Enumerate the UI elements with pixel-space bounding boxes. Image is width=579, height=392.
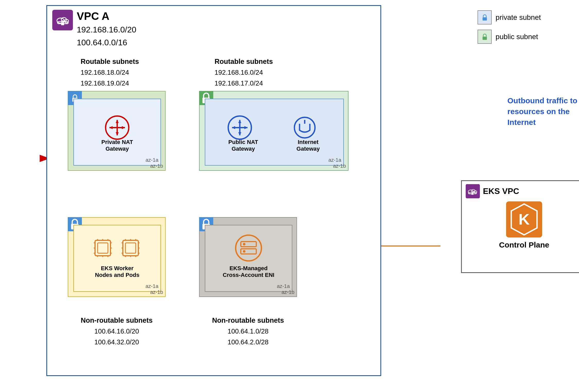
internet-gw-icon xyxy=(292,115,318,141)
svg-text:K: K xyxy=(518,211,530,228)
svg-rect-15 xyxy=(61,23,64,25)
svg-point-64 xyxy=(236,235,261,261)
vpc-a-title-block: VPC A 192.168.16.0/20 100.64.0.0/16 xyxy=(77,10,136,48)
public-nat-outer: Public NATGateway InternetGateway az-1a … xyxy=(199,91,348,171)
main-container: VPC A 192.168.16.0/20 100.64.0.0/16 Rout… xyxy=(46,5,448,386)
nonroutable-right-heading: Non-routable subnets xyxy=(199,315,297,326)
eks-eni-icon xyxy=(234,234,263,263)
svg-rect-36 xyxy=(98,243,108,253)
svg-point-67 xyxy=(243,243,245,245)
eks-worker-az2: az-1b xyxy=(150,289,163,295)
public-nat-icon xyxy=(227,115,253,141)
svg-marker-29 xyxy=(232,126,235,129)
routable-right-cidr1: 192.168.16.0/24 xyxy=(215,67,273,78)
eks-vpc-box: EKS VPC K Control Plane xyxy=(461,180,579,273)
legend-private-box xyxy=(478,10,492,24)
routable-right-heading: Routable subnets xyxy=(215,56,273,67)
public-nat-label: Public NATGateway xyxy=(212,139,274,152)
public-nat-inner: Public NATGateway InternetGateway az-1a xyxy=(205,99,344,166)
eks-cross-az2: az-1b xyxy=(282,289,294,295)
legend-public-label: public subnet xyxy=(496,33,538,41)
nonroutable-left-cidr2: 100.64.32.0/20 xyxy=(68,337,166,348)
legend-public: public subnet xyxy=(478,30,541,44)
nonroutable-subnets-left: Non-routable subnets 100.64.16.0/20 100.… xyxy=(68,315,166,347)
private-nat-az1: az-1a xyxy=(146,157,158,163)
svg-rect-69 xyxy=(482,17,487,21)
eks-chip-2 xyxy=(119,236,142,261)
eks-cross-label: EKS-ManagedCross-Account ENI xyxy=(205,265,292,278)
eks-vpc-header: EKS VPC xyxy=(462,181,579,201)
eks-worker-az1: az-1a xyxy=(146,283,158,289)
svg-rect-75 xyxy=(471,193,473,195)
outbound-traffic-right: Outbound traffic to resources on the Int… xyxy=(507,95,579,128)
eks-vpc-title: EKS VPC xyxy=(483,186,519,196)
svg-marker-22 xyxy=(116,132,119,135)
svg-rect-50 xyxy=(125,243,136,253)
svg-marker-21 xyxy=(109,126,113,129)
legend-private-label: private subnet xyxy=(496,13,541,22)
nonroutable-left-cidr1: 100.64.16.0/20 xyxy=(68,326,166,337)
routable-left-cidr2: 192.168.19.0/24 xyxy=(81,78,139,89)
legend-public-box xyxy=(478,30,492,44)
routable-subnets-right: Routable subnets 192.168.16.0/24 192.168… xyxy=(215,56,273,89)
routable-left-heading: Routable subnets xyxy=(81,56,139,67)
routable-right-cidr2: 192.168.17.0/24 xyxy=(215,78,273,89)
vpc-a-cidr2: 100.64.0.0/16 xyxy=(77,37,136,48)
private-nat-az2: az-1b xyxy=(150,163,163,169)
svg-marker-31 xyxy=(238,120,241,123)
routable-subnets-left: Routable subnets 192.168.18.0/24 192.168… xyxy=(81,56,139,89)
svg-marker-23 xyxy=(116,120,119,123)
eks-cross-outer: EKS-ManagedCross-Account ENI az-1a az-1b xyxy=(199,217,297,297)
svg-marker-28 xyxy=(244,126,248,129)
eks-chip-1 xyxy=(91,236,114,261)
private-nat-outer: Private NATGateway az-1a az-1b xyxy=(68,91,166,171)
vpc-a-cidr1: 192.168.16.0/20 xyxy=(77,24,136,36)
eks-worker-outer: EKS WorkerNodes and Pods az-1a az-1b xyxy=(68,217,166,297)
control-plane-label: Control Plane xyxy=(462,241,579,249)
svg-point-68 xyxy=(243,250,245,253)
eks-vpc-icon xyxy=(466,184,480,198)
eks-worker-label: EKS WorkerNodes and Pods xyxy=(74,265,160,278)
svg-marker-20 xyxy=(122,126,125,129)
nonroutable-subnets-right: Non-routable subnets 100.64.1.0/28 100.6… xyxy=(199,315,297,347)
vpc-a-box: VPC A 192.168.16.0/20 100.64.0.0/16 Rout… xyxy=(46,5,381,376)
svg-marker-30 xyxy=(238,132,241,135)
eks-cross-az1: az-1a xyxy=(277,283,290,289)
eks-worker-inner: EKS WorkerNodes and Pods az-1a xyxy=(73,225,161,292)
nonroutable-right-cidr2: 100.64.2.0/28 xyxy=(199,337,297,348)
private-nat-label: Private NATGateway xyxy=(74,139,160,152)
public-nat-az2: az-1b xyxy=(333,163,346,169)
vpc-a-header: VPC A 192.168.16.0/20 100.64.0.0/16 xyxy=(52,10,136,48)
svg-rect-70 xyxy=(482,37,487,40)
public-nat-az1: az-1a xyxy=(328,157,341,163)
legend-private: private subnet xyxy=(478,10,541,24)
vpc-a-title: VPC A xyxy=(77,10,136,23)
private-nat-icon xyxy=(104,115,130,141)
nonroutable-left-heading: Non-routable subnets xyxy=(68,315,166,326)
internet-gw-label: InternetGateway xyxy=(277,139,339,152)
eks-cross-inner: EKS-ManagedCross-Account ENI az-1a xyxy=(205,225,292,292)
control-plane-icon: K xyxy=(506,201,542,237)
legend: private subnet public subnet xyxy=(478,10,541,44)
vpc-a-icon xyxy=(52,10,73,30)
nonroutable-right-cidr1: 100.64.1.0/28 xyxy=(199,326,297,337)
routable-left-cidr1: 192.168.18.0/24 xyxy=(81,67,139,78)
